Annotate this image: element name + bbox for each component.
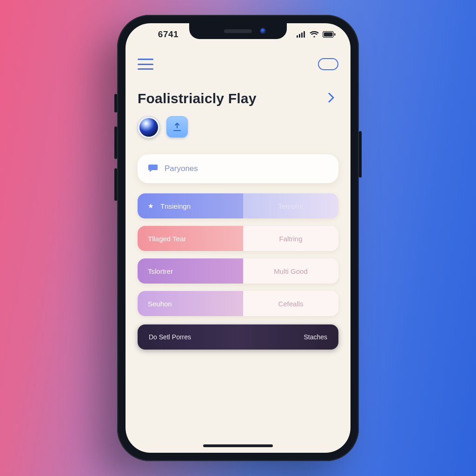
svg-rect-0 <box>297 35 298 38</box>
chevron-right-icon <box>328 93 335 103</box>
svg-rect-6 <box>334 33 336 36</box>
camera-lens-button[interactable] <box>138 116 160 139</box>
icon-row <box>138 116 338 139</box>
svg-rect-5 <box>324 33 333 37</box>
side-button-power <box>359 131 362 178</box>
app-content: Foalistriaicly Flay Paryones <box>126 51 350 453</box>
segment-row-4[interactable]: Seuhon Cefealls <box>138 291 338 316</box>
footer-left-label: Do Setl Porres <box>149 333 191 341</box>
svg-rect-3 <box>304 31 305 38</box>
forward-button[interactable] <box>324 89 338 108</box>
segment-list: ★ Tnsieingn Temornt Tllaged Tear Faltrin… <box>138 193 338 316</box>
side-button-vol-down <box>114 168 117 201</box>
status-icons <box>280 31 336 38</box>
status-time: 6741 <box>140 29 196 40</box>
segment-right-label: Temornt <box>243 193 338 218</box>
wifi-icon <box>310 31 319 38</box>
footer-bar[interactable]: Do Setl Porres Staches <box>138 324 338 350</box>
phone-frame: 6741 Foalistriaicly Flay <box>117 15 359 461</box>
segment-right-label: Cefealls <box>243 291 338 316</box>
menu-button[interactable] <box>138 59 153 70</box>
page-title: Foalistriaicly Flay <box>138 91 257 106</box>
segment-right-label: Faltring <box>243 226 338 251</box>
chat-icon <box>148 163 158 175</box>
segment-row-2[interactable]: Tllaged Tear Faltring <box>138 226 338 251</box>
screen: 6741 Foalistriaicly Flay <box>126 23 350 453</box>
segment-left-label: Tslortrer <box>148 267 173 275</box>
svg-rect-1 <box>299 34 300 38</box>
segment-left: Seuhon <box>138 291 243 316</box>
segment-row-1[interactable]: ★ Tnsieingn Temornt <box>138 193 338 218</box>
toggle-button[interactable] <box>318 58 338 70</box>
svg-rect-2 <box>301 33 303 38</box>
segment-left-label: Seuhon <box>148 300 172 308</box>
hamburger-icon <box>138 59 153 60</box>
title-row: Foalistriaicly Flay <box>138 89 338 108</box>
segment-left: Tllaged Tear <box>138 226 243 251</box>
upload-button[interactable] <box>166 116 188 138</box>
segment-left-label: Tllaged Tear <box>148 235 186 243</box>
nav-row <box>138 51 338 77</box>
upload-icon <box>172 122 182 132</box>
segment-left-label: Tnsieingn <box>160 202 191 210</box>
segment-left: ★ Tnsieingn <box>138 193 243 218</box>
side-button-silence <box>114 94 117 112</box>
star-icon: ★ <box>148 202 154 210</box>
primary-card[interactable]: Paryones <box>138 154 338 183</box>
side-button-vol-up <box>114 126 117 159</box>
segment-left: Tslortrer <box>138 258 243 284</box>
segment-row-3[interactable]: Tslortrer Multi Good <box>138 258 338 284</box>
primary-card-label: Paryones <box>165 164 198 173</box>
home-indicator[interactable] <box>203 444 273 447</box>
cellular-icon <box>297 31 306 38</box>
battery-icon <box>323 31 336 38</box>
segment-right-label: Multi Good <box>243 258 338 284</box>
footer-right-label: Staches <box>304 333 327 341</box>
status-bar: 6741 <box>126 23 350 46</box>
